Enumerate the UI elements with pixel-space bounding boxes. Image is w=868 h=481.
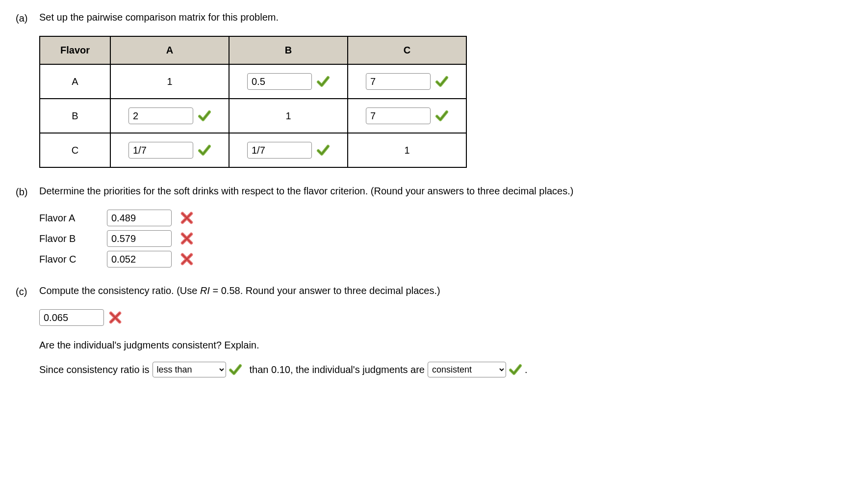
matrix-input[interactable] <box>128 142 193 159</box>
matrix-input[interactable] <box>366 73 431 90</box>
sentence-post: . <box>525 364 528 375</box>
matrix-cell <box>110 133 229 167</box>
sentence-mid: than 0.10, the individual's judgments ar… <box>250 364 425 375</box>
priority-input[interactable] <box>107 210 172 226</box>
check-icon <box>198 109 211 122</box>
priority-row: Flavor B <box>39 230 852 247</box>
part-c-prompt: Compute the consistency ratio. (Use RI =… <box>39 285 440 296</box>
priority-list: Flavor AFlavor BFlavor C <box>39 210 852 267</box>
matrix-input[interactable] <box>366 107 431 124</box>
check-icon <box>435 109 448 122</box>
matrix-input[interactable] <box>247 142 312 159</box>
matrix-cell <box>348 64 466 99</box>
check-icon <box>198 144 211 157</box>
row-label: C <box>40 133 110 167</box>
consistency-ratio-input[interactable] <box>39 309 104 326</box>
static-value: 1 <box>166 76 174 87</box>
comparison-select[interactable]: less than <box>153 362 226 377</box>
matrix-input[interactable] <box>247 73 312 90</box>
cross-icon <box>109 311 122 324</box>
check-icon <box>229 363 242 376</box>
judgment-select[interactable]: consistent <box>428 362 506 377</box>
part-b-prompt: Determine the priorities for the soft dr… <box>39 186 573 197</box>
matrix-input[interactable] <box>128 107 193 124</box>
matrix-cell <box>348 99 466 133</box>
col-header-flavor: Flavor <box>40 36 110 64</box>
check-icon <box>435 75 448 88</box>
part-c-ri: RI <box>200 285 210 296</box>
matrix-cell: 1 <box>348 133 466 167</box>
matrix-cell <box>110 99 229 133</box>
sentence-pre: Since consistency ratio is <box>39 364 150 375</box>
static-value: 1 <box>284 110 292 122</box>
matrix-cell: 1 <box>110 64 229 99</box>
table-row: B1 <box>40 99 466 133</box>
priority-label: Flavor C <box>39 254 98 265</box>
priority-row: Flavor C <box>39 251 852 267</box>
part-c-prompt-pre: Compute the consistency ratio. (Use <box>39 285 200 296</box>
matrix-cell <box>229 133 348 167</box>
col-header-a: A <box>110 36 229 64</box>
col-header-b: B <box>229 36 348 64</box>
priority-label: Flavor B <box>39 233 98 244</box>
table-row: C1 <box>40 133 466 167</box>
part-b-label: (b) <box>16 186 31 198</box>
matrix-cell <box>229 64 348 99</box>
check-icon <box>509 363 522 376</box>
check-icon <box>317 144 330 157</box>
row-label: B <box>40 99 110 133</box>
cross-icon <box>180 212 193 224</box>
part-c-prompt-post: = 0.58. Round your answer to three decim… <box>210 285 440 296</box>
priority-row: Flavor A <box>39 210 852 226</box>
cross-icon <box>180 253 193 266</box>
explain-prompt: Are the individual's judgments consisten… <box>39 340 852 351</box>
matrix-cell: 1 <box>229 99 348 133</box>
check-icon <box>317 75 330 88</box>
pairwise-matrix: Flavor A B C A1B1C1 <box>39 36 467 168</box>
cross-icon <box>180 232 193 245</box>
part-a-prompt: Set up the pairwise comparison matrix fo… <box>39 12 279 23</box>
table-row: A1 <box>40 64 466 99</box>
priority-input[interactable] <box>107 251 172 267</box>
static-value: 1 <box>403 145 411 156</box>
row-label: A <box>40 64 110 99</box>
part-c-label: (c) <box>16 285 31 297</box>
priority-label: Flavor A <box>39 213 98 224</box>
part-a-label: (a) <box>16 12 31 24</box>
priority-input[interactable] <box>107 230 172 247</box>
col-header-c: C <box>348 36 466 64</box>
